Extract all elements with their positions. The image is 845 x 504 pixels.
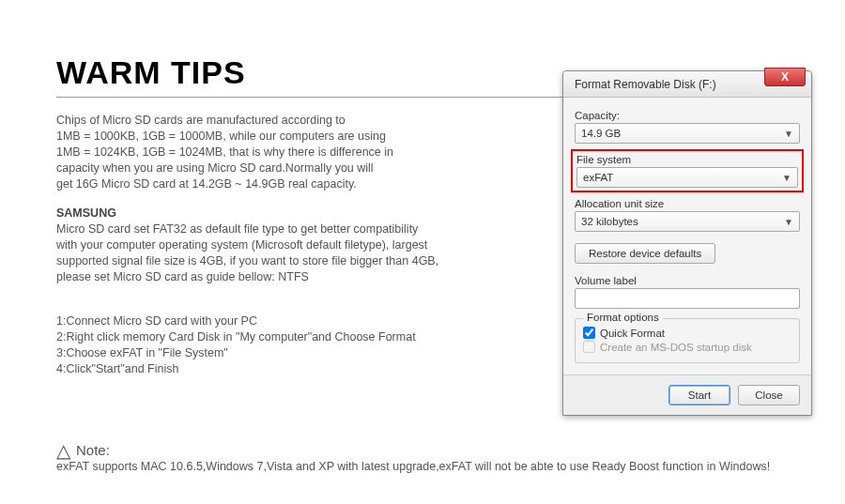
start-button[interactable]: Start [668, 385, 730, 405]
format-dialog: Format Removable Disk (F:) X Capacity: 1… [562, 70, 812, 416]
close-button[interactable]: Close [738, 385, 800, 405]
close-icon[interactable]: X [764, 68, 806, 86]
volume-label: Volume label [575, 275, 800, 286]
allocation-select[interactable]: 32 kilobytes ▼ [575, 211, 800, 232]
quick-format-input[interactable] [583, 327, 595, 339]
allocation-value: 32 kilobytes [581, 216, 638, 227]
dialog-title: Format Removable Disk (F:) [575, 78, 716, 91]
note-label: Note: [76, 442, 110, 458]
restore-defaults-button[interactable]: Restore device defaults [575, 243, 715, 264]
chevron-down-icon: ▼ [782, 173, 791, 183]
allocation-label: Allocation unit size [575, 198, 800, 209]
msdos-label: Create an MS-DOS startup disk [600, 342, 752, 353]
note-heading: △ Note: [56, 437, 807, 460]
capacity-label: Capacity: [575, 110, 800, 121]
capacity-select[interactable]: 14.9 GB ▼ [575, 123, 800, 144]
quick-format-checkbox[interactable]: Quick Format [583, 327, 791, 339]
msdos-input [583, 341, 595, 353]
chevron-down-icon: ▼ [784, 217, 793, 227]
filesystem-highlight: File system exFAT ▼ [571, 149, 804, 192]
msdos-checkbox: Create an MS-DOS startup disk [583, 341, 791, 353]
dialog-titlebar[interactable]: Format Removable Disk (F:) X [563, 71, 811, 98]
filesystem-select[interactable]: exFAT ▼ [576, 167, 798, 188]
format-options-group: Format options Quick Format Create an MS… [575, 318, 800, 363]
volume-input[interactable] [575, 288, 800, 309]
quick-format-label: Quick Format [600, 328, 665, 339]
triangle-icon: △ [56, 439, 70, 462]
filesystem-value: exFAT [583, 172, 613, 183]
chevron-down-icon: ▼ [784, 129, 793, 139]
capacity-value: 14.9 GB [581, 128, 621, 139]
filesystem-label: File system [576, 154, 798, 165]
note-body: exFAT supports MAC 10.6.5,Windows 7,Vist… [56, 460, 807, 473]
format-options-legend: Format options [583, 312, 663, 323]
